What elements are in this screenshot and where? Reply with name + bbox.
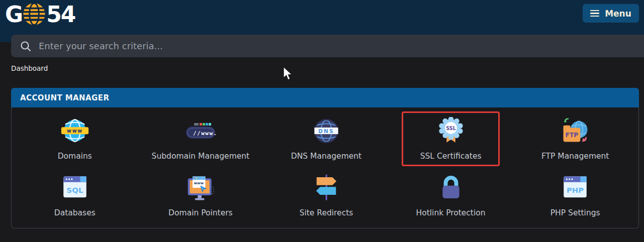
padlock-icon: [437, 174, 465, 202]
php-window-icon: PHP: [561, 174, 589, 202]
signpost-icon: [312, 174, 340, 202]
grid-item-label: Domains: [58, 152, 92, 161]
grid-item-ssl-certificates[interactable]: SSL SSL Certificates: [402, 111, 500, 166]
grid-item-databases[interactable]: SQL Databases: [26, 168, 124, 223]
dns-globe-icon: DNS: [312, 117, 340, 145]
account-manager-card: ACCOUNT MANAGER www Domains: [11, 88, 639, 228]
ftp-folder-icon: FTP: [560, 117, 591, 145]
grid-item-domain-pointers[interactable]: www Domain Pointers: [150, 168, 251, 223]
grid-item-label: Site Redirects: [300, 208, 353, 217]
search-input[interactable]: [39, 35, 644, 57]
svg-text:www: www: [194, 181, 204, 185]
menu-button[interactable]: Menu: [583, 4, 639, 23]
grid-item-label: Databases: [54, 208, 96, 217]
hamburger-icon: [590, 10, 599, 17]
account-manager-header: ACCOUNT MANAGER: [11, 88, 639, 107]
domain-pointer-monitor-icon: www: [185, 174, 216, 202]
grid-item-hotlink-protection[interactable]: Hotlink Protection: [402, 168, 500, 223]
grid-item-label: Subdomain Management: [152, 152, 250, 161]
domains-globe-icon: www: [61, 117, 89, 145]
go54-logo[interactable]: G 54: [5, 1, 75, 28]
svg-text:SSL: SSL: [446, 126, 456, 131]
svg-text:FTP: FTP: [566, 132, 579, 139]
grid-item-dns-management[interactable]: DNS DNS Management: [277, 111, 376, 166]
grid-item-php-settings[interactable]: PHP PHP Settings: [526, 168, 624, 223]
grid-item-domains[interactable]: www Domains: [26, 111, 124, 166]
ssl-badge-icon: SSL: [437, 117, 465, 145]
grid-item-label: FTP Management: [541, 152, 609, 161]
svg-text:SQL: SQL: [66, 186, 83, 195]
mouse-cursor: [283, 66, 294, 81]
grid-item-label: SSL Certificates: [420, 152, 482, 161]
grid-item-label: PHP Settings: [550, 208, 600, 217]
logo-text-suffix: 54: [46, 2, 75, 27]
grid-item-subdomain-management[interactable]: //www. Subdomain Management: [150, 111, 251, 166]
breadcrumb-dashboard[interactable]: Dashboard: [11, 64, 48, 72]
account-manager-title: ACCOUNT MANAGER: [20, 93, 109, 102]
menu-button-label: Menu: [605, 9, 631, 19]
svg-text:www: www: [67, 128, 83, 134]
svg-text:PHP: PHP: [567, 186, 584, 195]
svg-text:DNS: DNS: [318, 128, 334, 134]
grid-item-label: Hotlink Protection: [416, 208, 486, 217]
grid-item-label: Domain Pointers: [168, 208, 233, 217]
grid-item-site-redirects[interactable]: Site Redirects: [277, 168, 376, 223]
search-icon: [20, 40, 32, 52]
subdomain-addressbar-icon: //www.: [183, 117, 218, 145]
go54-globe-logo-icon: [23, 3, 46, 26]
logo-text-prefix: G: [5, 2, 22, 27]
grid-item-ftp-management[interactable]: FTP FTP Management: [526, 111, 624, 166]
account-manager-grid: www Domains //www. Subdomain Management: [11, 107, 639, 228]
sql-window-icon: SQL: [61, 174, 89, 202]
grid-item-label: DNS Management: [291, 152, 361, 161]
search-bar[interactable]: [11, 35, 644, 57]
svg-text://www.: //www.: [193, 130, 218, 137]
